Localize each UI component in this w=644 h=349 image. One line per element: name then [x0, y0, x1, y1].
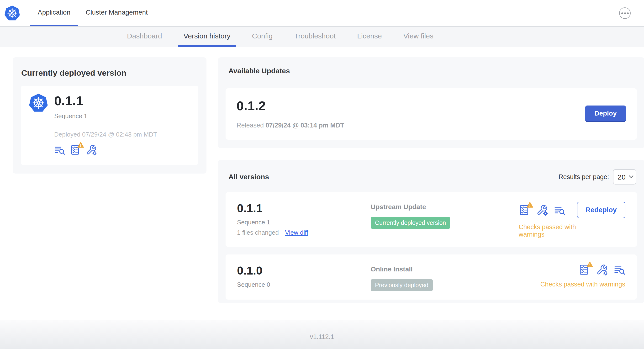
view-logs-icon[interactable]: [614, 264, 626, 276]
deployed-status-badge: Currently deployed version: [371, 217, 450, 229]
kubernetes-app-icon: [29, 93, 48, 112]
kubernetes-logo-icon: [4, 5, 20, 21]
tab-license[interactable]: License: [351, 27, 388, 47]
available-updates-title: Available Updates: [228, 67, 637, 75]
deployed-status-badge: Previously deployed: [371, 279, 433, 291]
warning-triangle-icon: [77, 142, 84, 148]
row-sequence-label: Sequence 1: [237, 219, 371, 226]
preflight-checks-icon[interactable]: [70, 144, 81, 156]
preflight-status-text[interactable]: Checks passed with warnings: [519, 224, 578, 238]
warning-triangle-icon: [526, 202, 533, 208]
tab-application[interactable]: Application: [30, 0, 78, 26]
results-per-page-label: Results per page:: [558, 173, 609, 181]
warning-triangle-icon: [586, 261, 593, 268]
ellipsis-icon: [621, 12, 623, 14]
console-version-label: v1.112.1: [310, 333, 334, 341]
overflow-menu-button[interactable]: [619, 8, 631, 19]
row-sequence-label: Sequence 0: [237, 281, 371, 288]
top-nav: Application Cluster Management: [0, 0, 644, 27]
tab-troubleshoot[interactable]: Troubleshoot: [288, 27, 341, 47]
version-source-label: Upstream Update: [371, 202, 519, 211]
preflight-checks-icon[interactable]: [578, 264, 590, 276]
tab-view-files[interactable]: View files: [398, 27, 439, 47]
config-icon[interactable]: [596, 264, 608, 276]
row-version-number: 0.1.1: [237, 202, 371, 215]
all-versions-title: All versions: [228, 173, 269, 181]
deployed-timestamp: Deployed 07/29/24 @ 02:43 pm MDT: [54, 131, 157, 138]
results-per-page-select[interactable]: 20: [613, 169, 636, 184]
config-icon[interactable]: [86, 144, 97, 156]
available-updates-card: Available Updates 0.1.2 Released 07/29/2…: [218, 57, 644, 148]
view-logs-icon[interactable]: [54, 144, 65, 156]
files-changed-label: 1 files changed: [237, 229, 279, 236]
update-version-number: 0.1.2: [236, 98, 344, 113]
tab-version-history[interactable]: Version history: [178, 27, 236, 47]
tab-cluster-management[interactable]: Cluster Management: [78, 0, 156, 26]
tab-config[interactable]: Config: [246, 27, 278, 47]
preflight-status-text[interactable]: Checks passed with warnings: [540, 281, 626, 288]
version-row: 0.1.0 Sequence 0 Online Install Previous…: [226, 254, 637, 300]
view-diff-link[interactable]: View diff: [285, 229, 308, 236]
config-icon[interactable]: [536, 204, 548, 216]
version-source-label: Online Install: [371, 264, 519, 273]
app-sub-nav: Dashboard Version history Config Trouble…: [0, 27, 644, 47]
current-version-number: 0.1.1: [54, 93, 157, 108]
update-row: 0.1.2 Released 07/29/24 @ 03:14 pm MDT D…: [226, 88, 637, 140]
currently-deployed-card: Currently deployed version 0.1.1 Sequenc…: [13, 57, 206, 174]
current-sequence-label: Sequence 1: [54, 112, 157, 120]
all-versions-card: All versions Results per page: 20 0.1.1 …: [218, 160, 644, 303]
released-timestamp: Released 07/29/24 @ 03:14 pm MDT: [236, 122, 344, 129]
redeploy-button[interactable]: Redeploy: [577, 202, 626, 218]
row-version-number: 0.1.0: [237, 264, 371, 277]
currently-deployed-title: Currently deployed version: [21, 68, 198, 78]
version-row: 0.1.1 Sequence 1 1 files changed View di…: [226, 192, 637, 247]
tab-dashboard[interactable]: Dashboard: [121, 27, 168, 47]
current-version-detail: 0.1.1 Sequence 1 Deployed 07/29/24 @ 02:…: [21, 86, 198, 165]
view-logs-icon[interactable]: [554, 204, 566, 216]
app-logo: [4, 0, 20, 26]
preflight-checks-icon[interactable]: [519, 204, 530, 216]
deploy-button[interactable]: Deploy: [585, 106, 626, 122]
page-footer: v1.112.1: [0, 320, 644, 349]
